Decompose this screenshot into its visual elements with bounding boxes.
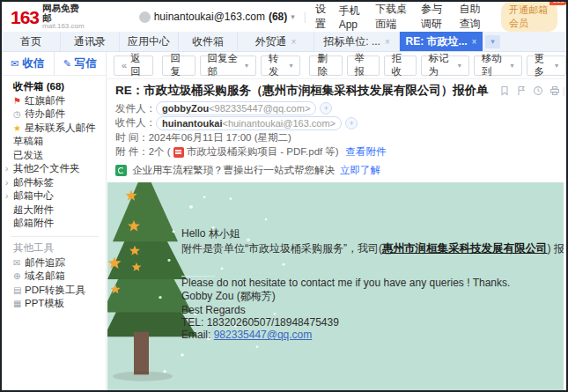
attachment-label: 附 件： <box>115 145 149 159</box>
forward-button[interactable]: 转发 <box>261 55 300 76</box>
inbox-mail-icon: ✉ <box>11 58 18 70</box>
clock-icon: ◷ <box>13 109 25 119</box>
reply-button[interactable]: 回复 <box>162 55 195 76</box>
desktop-client-link[interactable]: 下载桌面端 <box>375 2 412 32</box>
back-button[interactable]: «返回 <box>114 55 153 76</box>
sidebar-item-mail-tracking[interactable]: ✉邮件追踪 <box>2 256 106 270</box>
netease-mail-logo[interactable]: 163 网易免费邮 mail.163.com <box>11 4 85 30</box>
avatar <box>139 11 151 23</box>
account-menu[interactable]: huinantoukai@163.com (68) ▾ <box>139 11 295 23</box>
sidebar-item-sent[interactable]: 已发送 <box>2 149 106 163</box>
mail-toolbar: «返回 回复 回复全部 转发 删除 举报 拒收 标记为 移动到 更多 <box>107 52 566 79</box>
sidebar-item-domain-mail[interactable]: ⊕域名邮箱 <box>2 270 106 284</box>
attachment-count: 2个 ( <box>149 145 171 159</box>
delete-button[interactable]: 删除 <box>309 55 342 76</box>
survey-link[interactable]: 参与调研 <box>421 2 450 32</box>
logo-title: 网易免费邮 <box>42 4 85 22</box>
view-attachments-link[interactable]: 查看附件 <box>346 145 387 159</box>
clock-icon[interactable] <box>533 85 543 96</box>
subject-row: RE：市政垃圾桶采购服务（惠州市润桓集采科技发展有限公司）报价单 | 安全浏览模… <box>107 79 566 100</box>
banner-learn-more-link[interactable]: 立即了解 <box>340 164 380 177</box>
time-value: 2024年06月11日 17:00 (星期二) <box>149 131 291 144</box>
printer-icon[interactable] <box>550 85 560 96</box>
signature-tel: TEL: 18320260507/18948475439 <box>181 316 564 329</box>
company-name: 惠州市润桓集采科技发展有限公司 <box>382 242 548 255</box>
tab-app-center[interactable]: 应用中心 <box>120 32 179 51</box>
ad-banner: 企业用车流程繁琐？曹操出行一站式帮您解决 立即了解 <box>107 159 566 181</box>
bookmark-icon[interactable] <box>499 85 510 96</box>
self-service-link[interactable]: 自助查询 <box>460 2 489 32</box>
signature-email: Email: 982335447@qq.com <box>181 329 564 341</box>
sidebar-item-other-folders[interactable]: ›其他2个文件夹 <box>2 162 106 176</box>
pencil-icon: ✎ <box>63 58 71 70</box>
sidebar-item-mail-center[interactable]: ›邮箱中心 <box>2 189 106 203</box>
webmail-window: 163 网易免费邮 mail.163.com huinantoukai@163.… <box>0 0 568 392</box>
banner-text: 企业用车流程繁琐？曹操出行一站式帮您解决 <box>132 164 335 177</box>
back-arrows-icon: « <box>122 60 127 70</box>
time-label: 时 间： <box>115 131 149 144</box>
sidebar-item-starred-contacts[interactable]: ★星标联系人邮件 <box>2 122 106 136</box>
time-row: 时 间： 2024年06月11日 17:00 (星期二) <box>115 130 557 145</box>
sidebar-item-flagged[interactable]: ⚑红旗邮件 <box>2 94 106 108</box>
to-contact-pill[interactable]: huinantoukai<huinantoukai@163.com> <box>156 116 342 130</box>
add-contact-button[interactable]: + <box>320 102 332 115</box>
tab-current-mail[interactable]: RE: 市政垃...× <box>400 32 483 51</box>
to-label: 收件人： <box>115 116 156 129</box>
close-icon[interactable]: × <box>472 37 477 47</box>
write-mail-button[interactable]: ✎ 写信 <box>55 52 107 75</box>
mail-body-text: Hello 林小姐 附件是贵单位“市政垃圾桶采购服务”，我司(惠州市润桓集采科技… <box>181 182 564 341</box>
receive-mail-button[interactable]: ✉ 收信 <box>2 52 55 75</box>
sidebar-item-pdf-tool[interactable]: ▤PDF转换工具 <box>2 284 106 298</box>
top-bar: 163 网易免费邮 mail.163.com huinantoukai@163.… <box>2 2 566 32</box>
mail-view: «返回 回复 回复全部 转发 删除 举报 拒收 标记为 移动到 更多 RE：市政… <box>107 52 566 390</box>
greeting: Hello 林小姐 <box>181 226 564 241</box>
to-row: 收件人： huinantoukai<huinantoukai@163.com> … <box>115 116 557 131</box>
signature-email-link[interactable]: 982335447@qq.com <box>214 329 313 341</box>
pdf-attachment-icon <box>173 147 184 158</box>
ppt-doc-icon: ▦ <box>13 299 25 308</box>
tab-inbox[interactable]: 收件箱 <box>179 32 238 51</box>
reject-button[interactable]: 拒收 <box>384 55 417 76</box>
unread-count: (68) <box>269 11 287 23</box>
mail-body: Hello 林小姐 附件是贵单位“市政垃圾桶采购服务”，我司(惠州市润桓集采科技… <box>107 182 564 390</box>
caocao-logo-icon <box>115 165 127 176</box>
mail-meta: 发件人： gobbyZou<982335447@qq.com> + 收件人： h… <box>107 100 566 159</box>
mail-track-icon: ✉ <box>13 258 25 268</box>
sidebar-item-drafts[interactable]: 草稿箱 <box>2 135 106 149</box>
sidebar-item-large-attachments[interactable]: 超大附件 <box>2 203 106 218</box>
compose-row: ✉ 收信 ✎ 写信 <box>2 52 106 76</box>
sidebar: ✉ 收信 ✎ 写信 收件箱 (68) ⚑红旗邮件 ◷待办邮件 ★星标联系人邮件 … <box>2 52 107 390</box>
attachment-filename[interactable]: 市政垃圾桶采购项目 - PDF.pdf <box>187 145 323 159</box>
report-button[interactable]: 举报 <box>347 55 380 76</box>
other-tools-title: 其他工具 <box>2 241 106 255</box>
sidebar-item-mailbox-attachments[interactable]: 邮箱附件 <box>2 217 106 231</box>
tab-list-dropdown[interactable]: ▾ <box>485 35 500 48</box>
tab-foreign-trade[interactable]: 外贸通× <box>238 32 314 51</box>
tab-home[interactable]: 首页 <box>2 32 61 51</box>
divider: | <box>563 85 565 96</box>
body-paragraph-1: 附件是贵单位“市政垃圾桶采购服务”，我司(惠州市润桓集采科技发展有限公司) 报价… <box>181 241 564 256</box>
folder-list: 收件箱 (68) ⚑红旗邮件 ◷待办邮件 ★星标联系人邮件 草稿箱 已发送 ›其… <box>2 76 106 231</box>
sidebar-item-todo[interactable]: ◷待办邮件 <box>2 107 106 122</box>
close-icon[interactable]: × <box>291 37 297 47</box>
tab-bid-unit[interactable]: 招标单位: ...× <box>314 32 400 51</box>
from-contact-pill[interactable]: gobbyZou<982335447@qq.com> <box>156 101 316 115</box>
from-row: 发件人： gobbyZou<982335447@qq.com> + <box>115 101 557 116</box>
sidebar-item-mail-tags[interactable]: ›邮件标签 <box>2 176 106 190</box>
sidebar-item-inbox[interactable]: 收件箱 (68) <box>2 80 106 94</box>
move-to-button[interactable]: 移动到 <box>474 55 522 76</box>
account-email: huinantoukai@163.com <box>154 11 265 23</box>
settings-link[interactable]: 设置 <box>315 2 330 32</box>
flag-icon[interactable] <box>516 85 527 96</box>
mark-as-button[interactable]: 标记为 <box>421 55 469 76</box>
tab-contacts[interactable]: 通讯录 <box>61 32 120 51</box>
mobile-app-link[interactable]: 手机App <box>339 4 367 31</box>
sidebar-item-ppt-template[interactable]: ▦PPT模板 <box>2 297 106 311</box>
reply-all-button[interactable]: 回复全部 <box>200 55 256 76</box>
vip-membership-button[interactable]: 开通邮箱会员 618 <box>501 2 557 32</box>
close-icon[interactable]: × <box>385 37 390 47</box>
add-contact-button[interactable]: + <box>345 117 358 129</box>
more-button[interactable]: 更多 <box>527 55 566 76</box>
signature-name: Gobby Zou (鄒梅芳) <box>181 289 564 304</box>
globe-icon: ⊕ <box>13 271 25 281</box>
